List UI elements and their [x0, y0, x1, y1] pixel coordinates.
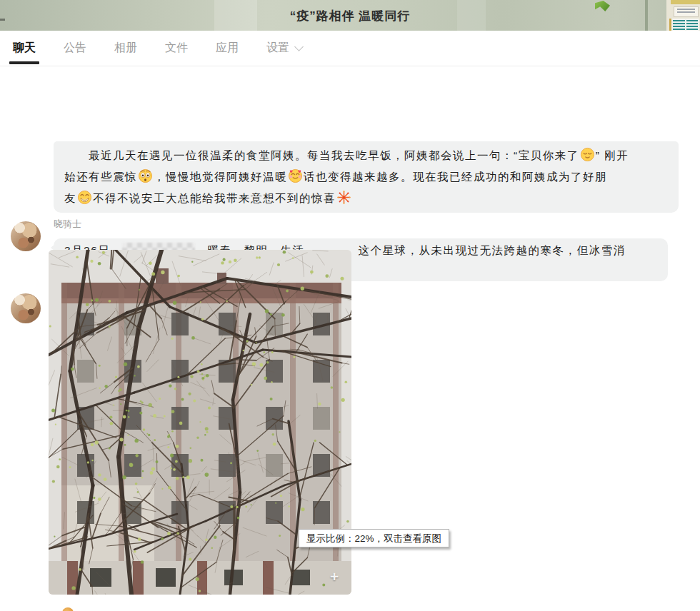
group-chat-window: “疫”路相伴 温暖同行 聊天 公告 相册 文件 应用 设置 最近几天在遇见一位很… [0, 0, 700, 611]
shelf-strip [671, 0, 700, 4]
tab-bar: 聊天 公告 相册 文件 应用 设置 [0, 31, 700, 66]
tab-album[interactable]: 相册 [114, 41, 137, 56]
banner-frame-line [645, 0, 648, 31]
image-scale-tooltip: 显示比例：22%，双击查看原图 [299, 529, 449, 547]
grin-emoji [77, 190, 92, 205]
chat-bubble: 最近几天在遇见一位很温柔的食堂阿姨。每当我去吃早饭，阿姨都会说上一句：“宝贝你来… [54, 141, 679, 213]
image-message-wrap: + 显示比例：22%，双击查看原图 [49, 250, 351, 595]
zoom-cursor-icon: + [330, 568, 339, 585]
avatar[interactable] [11, 293, 41, 323]
avatar[interactable] [11, 221, 41, 251]
tab-settings[interactable]: 设置 [266, 41, 302, 56]
shelf-books [669, 19, 699, 31]
astonished-emoji [138, 168, 153, 183]
group-banner: “疫”路相伴 温暖同行 [0, 0, 700, 31]
relieved-smile-emoji [580, 147, 595, 162]
bookshelf-decoration [666, 0, 700, 31]
tab-apps[interactable]: 应用 [216, 41, 239, 56]
tabs: 聊天 公告 相册 文件 应用 设置 [13, 31, 302, 66]
group-title: “疫”路相伴 温暖同行 [0, 8, 700, 24]
fireworks-emoji [336, 190, 351, 205]
chevron-down-icon [294, 42, 304, 51]
tab-announcements[interactable]: 公告 [64, 41, 86, 56]
blush-hearts-emoji [288, 168, 303, 183]
tab-chat[interactable]: 聊天 [13, 41, 36, 56]
sender-name: 晓骑士 [54, 218, 81, 230]
tab-files[interactable]: 文件 [165, 41, 188, 56]
shelf-card [674, 6, 699, 17]
